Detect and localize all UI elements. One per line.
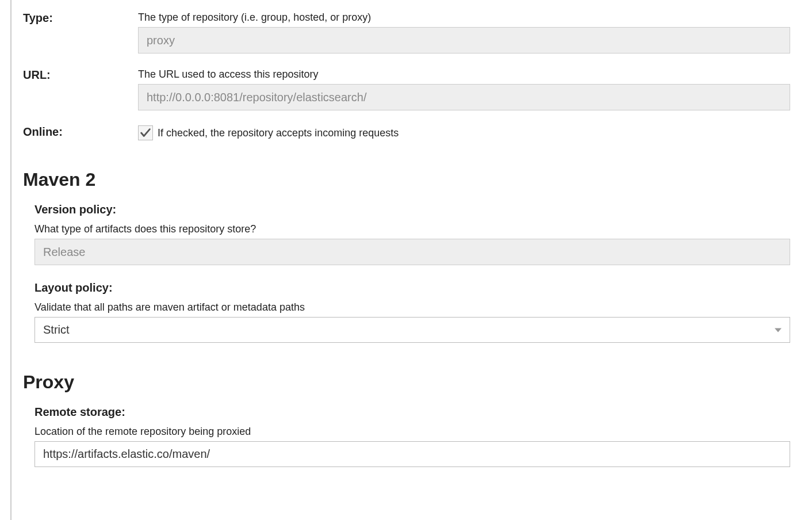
layout-policy-help: Validate that all paths are maven artifa… bbox=[35, 301, 790, 313]
online-label: Online: bbox=[23, 125, 138, 139]
type-field-col: The type of repository (i.e. group, host… bbox=[138, 12, 790, 53]
maven2-section-title: Maven 2 bbox=[23, 169, 790, 190]
version-policy-value: Release bbox=[35, 239, 790, 265]
url-row: URL: The URL used to access this reposit… bbox=[23, 68, 790, 110]
version-policy-help: What type of artifacts does this reposit… bbox=[35, 223, 790, 235]
url-value: http://0.0.0.0:8081/repository/elasticse… bbox=[138, 84, 790, 110]
type-row: Type: The type of repository (i.e. group… bbox=[23, 12, 790, 53]
maven2-section: Version policy: What type of artifacts d… bbox=[23, 203, 790, 343]
proxy-section-title: Proxy bbox=[23, 372, 790, 393]
type-value: proxy bbox=[138, 27, 790, 53]
type-help: The type of repository (i.e. group, host… bbox=[138, 12, 790, 24]
layout-policy-label: Layout policy: bbox=[35, 281, 790, 295]
online-checkbox[interactable] bbox=[138, 125, 153, 140]
url-field-col: The URL used to access this repository h… bbox=[138, 68, 790, 110]
layout-policy-select[interactable]: Strict bbox=[35, 317, 790, 343]
url-help: The URL used to access this repository bbox=[138, 68, 790, 81]
chevron-down-icon bbox=[775, 328, 782, 332]
remote-storage-label: Remote storage: bbox=[35, 406, 790, 419]
remote-storage-help: Location of the remote repository being … bbox=[35, 426, 790, 438]
form-container: Type: The type of repository (i.e. group… bbox=[12, 0, 812, 467]
version-policy-label: Version policy: bbox=[35, 203, 790, 216]
remote-storage-input[interactable] bbox=[35, 441, 790, 467]
proxy-section: Remote storage: Location of the remote r… bbox=[23, 406, 790, 467]
online-field-col: If checked, the repository accepts incom… bbox=[138, 125, 790, 140]
check-icon bbox=[139, 127, 152, 139]
online-row: Online: If checked, the repository accep… bbox=[23, 125, 790, 140]
url-label: URL: bbox=[23, 68, 138, 82]
repository-settings-panel: Type: The type of repository (i.e. group… bbox=[10, 0, 812, 520]
online-help: If checked, the repository accepts incom… bbox=[158, 127, 399, 139]
type-label: Type: bbox=[23, 12, 138, 25]
layout-policy-value: Strict bbox=[43, 323, 70, 337]
